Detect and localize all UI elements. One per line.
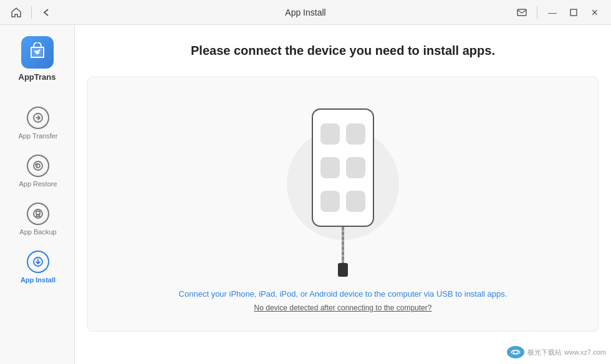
cable-line — [342, 227, 344, 264]
watermark-text: 极光下载站 — [527, 348, 562, 357]
app-icon-2 — [346, 123, 365, 145]
svg-rect-1 — [570, 9, 577, 16]
cable-plug — [338, 263, 348, 277]
minimize-button[interactable]: — — [544, 4, 561, 21]
phone-illustration — [293, 102, 393, 277]
backup-label: App Backup — [19, 228, 56, 236]
app-icon-6 — [346, 191, 365, 212]
logo-icon — [21, 36, 54, 69]
app-logo: AppTrans — [14, 31, 61, 87]
svg-point-4 — [34, 161, 42, 170]
main-layout: AppTrans App Transfer App Restore — [0, 25, 611, 364]
window-controls: — ✕ — [513, 4, 604, 21]
sidebar-item-app-backup[interactable]: App Backup — [0, 195, 74, 243]
app-name: AppTrans — [19, 72, 56, 82]
help-link[interactable]: No device detected after connecting to t… — [254, 304, 432, 312]
svg-rect-6 — [36, 211, 40, 214]
svg-point-8 — [507, 346, 524, 358]
app-icon-1 — [320, 123, 340, 145]
watermark-url: www.xz7.com — [564, 348, 606, 356]
nav-controls — [7, 4, 55, 21]
sidebar-item-app-transfer[interactable]: App Transfer — [0, 99, 74, 147]
svg-rect-0 — [517, 9, 526, 16]
sidebar-item-app-restore[interactable]: App Restore — [0, 147, 74, 195]
sidebar: AppTrans App Transfer App Restore — [0, 25, 75, 364]
home-button[interactable] — [7, 4, 25, 21]
window-title: App Install — [285, 7, 325, 17]
restore-icon — [27, 155, 49, 177]
backup-icon — [27, 203, 49, 225]
transfer-label: App Transfer — [19, 132, 58, 140]
maximize-button[interactable] — [565, 4, 582, 21]
install-label: App Install — [21, 276, 55, 284]
title-bar: App Install — ✕ — [0, 0, 611, 25]
install-icon — [27, 251, 49, 273]
phone-body — [312, 108, 374, 227]
nav-divider — [31, 6, 32, 19]
title-bar-left — [7, 4, 55, 21]
sidebar-item-app-install[interactable]: App Install — [0, 243, 74, 291]
restore-label: App Restore — [19, 180, 57, 188]
transfer-icon — [27, 107, 49, 129]
content-area: Please connect the device you need to in… — [75, 25, 611, 364]
connect-text[interactable]: Connect your iPhone, iPad, iPod, or Andr… — [179, 289, 508, 299]
back-button[interactable] — [38, 4, 55, 21]
watermark: 极光下载站 www.xz7.com — [506, 345, 606, 359]
close-button[interactable]: ✕ — [586, 4, 604, 21]
device-area: Connect your iPhone, iPad, iPod, or Andr… — [87, 77, 599, 332]
email-button[interactable] — [513, 4, 531, 21]
app-icon-3 — [320, 157, 340, 178]
content-title: Please connect the device you need to in… — [191, 44, 495, 58]
app-icon-4 — [346, 157, 365, 178]
watermark-logo — [506, 345, 525, 359]
app-icon-5 — [320, 191, 340, 212]
phone-cable — [338, 227, 348, 277]
controls-divider — [537, 6, 537, 19]
